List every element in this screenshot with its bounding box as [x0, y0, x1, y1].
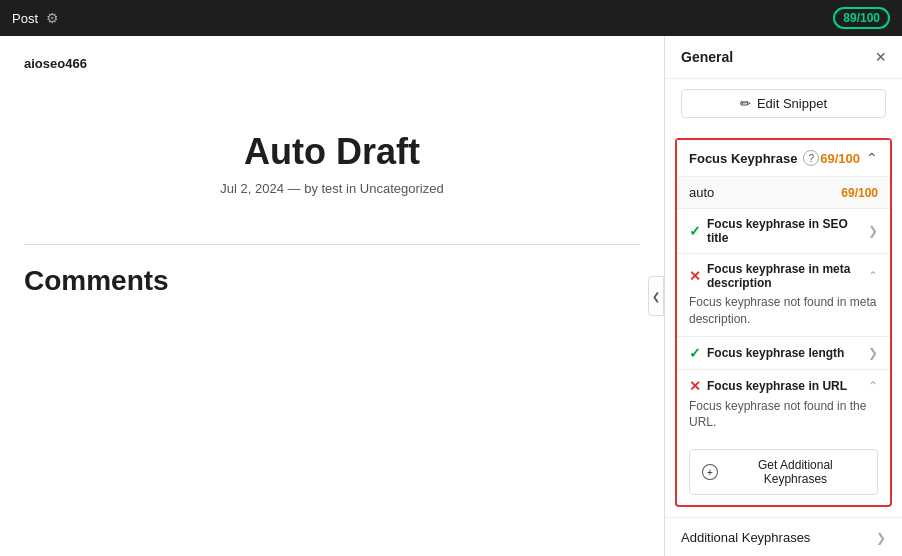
chevron-up-small-icon: ⌃	[868, 269, 878, 283]
chevron-up-small-url-icon: ⌃	[868, 379, 878, 393]
keyphrase-value: auto	[689, 185, 714, 200]
get-keyphrases-label: Get Additional Keyphrases	[726, 458, 865, 486]
focus-keyphrase-header[interactable]: Focus Keyphrase ? 69/100 ⌃	[677, 140, 890, 176]
focus-score: 69/100	[820, 151, 860, 166]
check-meta-label: Focus keyphrase in meta description	[707, 262, 868, 290]
content-area: aioseo466 Auto Draft Jul 2, 2024 — by te…	[0, 36, 664, 556]
keyphrase-row[interactable]: auto 69/100	[677, 176, 890, 208]
check-length-label: Focus keyphrase length	[707, 346, 844, 360]
check-meta-description-text: Focus keyphrase not found in meta descri…	[689, 294, 878, 328]
check-url-label: Focus keyphrase in URL	[707, 379, 847, 393]
get-additional-keyphrases-button[interactable]: + Get Additional Keyphrases	[689, 449, 878, 495]
check-url-description-text: Focus keyphrase not found in the URL.	[689, 398, 878, 432]
check-keyphrase-length: ✓ Focus keyphrase length ❯	[677, 336, 890, 369]
edit-snippet-button[interactable]: ✏ Edit Snippet	[681, 89, 886, 118]
comments-heading: Comments	[0, 265, 664, 297]
chevron-right-icon-length: ❯	[868, 346, 878, 360]
site-name: aioseo466	[24, 56, 640, 71]
keyphrase-row-score: 69/100	[841, 186, 878, 200]
check-red-icon-url: ✕	[689, 378, 701, 394]
additional-keyphrases-item[interactable]: Additional Keyphrases ❯	[665, 517, 902, 556]
check-green-icon-length: ✓	[689, 345, 701, 361]
topbar-left: Post ⚙	[12, 10, 59, 26]
focus-header-left: Focus Keyphrase ?	[689, 150, 819, 166]
additional-keyphrases-label: Additional Keyphrases	[681, 530, 810, 545]
edit-snippet-label: Edit Snippet	[757, 96, 827, 111]
topbar: Post ⚙ 89/100	[0, 0, 902, 36]
check-seo-title-label: Focus keyphrase in SEO title	[707, 217, 868, 245]
post-divider	[24, 244, 640, 245]
pencil-icon: ✏	[740, 96, 751, 111]
collapse-sidebar-tab[interactable]: ❮	[648, 276, 664, 316]
panel-header: General ×	[665, 36, 902, 79]
chevron-up-icon: ⌃	[866, 150, 878, 166]
close-panel-button[interactable]: ×	[875, 48, 886, 66]
check-green-icon: ✓	[689, 223, 701, 239]
chevron-right-icon: ❯	[868, 224, 878, 238]
plus-circle-icon: +	[702, 464, 718, 480]
gear-icon[interactable]: ⚙	[46, 10, 59, 26]
focus-keyphrase-section: Focus Keyphrase ? 69/100 ⌃ auto 69/100 ✓	[675, 138, 892, 507]
main-layout: aioseo466 Auto Draft Jul 2, 2024 — by te…	[0, 36, 902, 556]
help-icon[interactable]: ?	[803, 150, 819, 166]
post-header: aioseo466 Auto Draft Jul 2, 2024 — by te…	[0, 36, 664, 244]
focus-keyphrase-label: Focus Keyphrase	[689, 151, 797, 166]
seo-score-badge[interactable]: 89/100	[833, 7, 890, 29]
post-meta: Jul 2, 2024 — by test in Uncategorized	[24, 181, 640, 196]
sidebar-panel: General × ✏ Edit Snippet Focus Keyphrase…	[664, 36, 902, 556]
post-label: Post	[12, 11, 38, 26]
additional-keyphrases-chevron: ❯	[876, 531, 886, 545]
check-seo-title: ✓ Focus keyphrase in SEO title ❯	[677, 208, 890, 253]
panel-title: General	[681, 49, 733, 65]
post-title: Auto Draft	[24, 131, 640, 173]
check-red-icon-meta: ✕	[689, 268, 701, 284]
check-meta-description: ✕ Focus keyphrase in meta description ⌃ …	[677, 253, 890, 336]
check-url: ✕ Focus keyphrase in URL ⌃ Focus keyphra…	[677, 369, 890, 440]
